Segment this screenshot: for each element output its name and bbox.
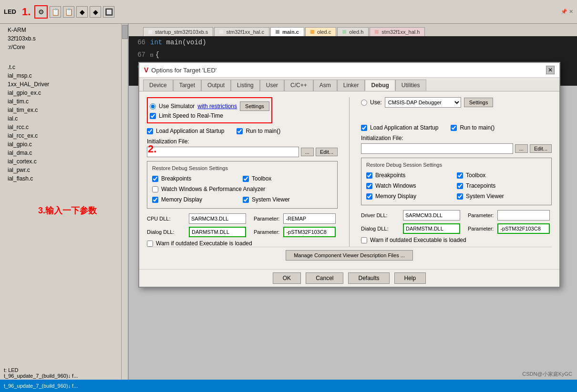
init-file-row-left: ... Edit... xyxy=(147,147,338,157)
dialog-tab-device[interactable]: Device xyxy=(143,80,173,91)
toolbar-icon-5[interactable]: 🔲 xyxy=(103,6,114,18)
dialog-tab-output[interactable]: Output xyxy=(201,80,231,91)
breakpoints-cb-left[interactable] xyxy=(152,176,158,182)
breakpoints-cb-right[interactable] xyxy=(366,172,372,179)
manage-btn[interactable]: Manage Component Viewer Description File… xyxy=(286,250,413,261)
simulator-radio[interactable] xyxy=(150,103,156,110)
watch-windows-cb-left[interactable] xyxy=(152,186,158,192)
load-app-checkbox-left[interactable] xyxy=(147,128,153,134)
debug-left-col: Use Simulator with restrictions Settings… xyxy=(147,97,338,247)
scrollbar[interactable] xyxy=(121,24,128,392)
dialog-tab-asm[interactable]: Asm xyxy=(313,80,337,91)
file-item-dma[interactable]: ial_dma.c xyxy=(0,149,128,157)
tab-hal-h[interactable]: stm32f1xx_hal.h xyxy=(370,27,425,36)
warn-cb-left[interactable] xyxy=(147,241,153,247)
tab-oled-c[interactable]: oled.c xyxy=(305,27,336,36)
load-app-row-right: Load Application at Startup Run to main(… xyxy=(361,124,552,131)
debug-icon-btn[interactable]: ⚙ xyxy=(34,5,48,19)
toolbar-icon-3[interactable]: ◆ xyxy=(76,6,88,18)
file-item-tc[interactable]: .t.c xyxy=(0,63,128,71)
file-item-tim[interactable]: ial_tim.c xyxy=(0,97,128,106)
tab-oled-h[interactable]: oled.h xyxy=(337,27,369,36)
file-item-tim-ex[interactable]: ial_tim_ex.c xyxy=(0,106,128,114)
system-viewer-cb-right[interactable] xyxy=(457,193,463,200)
cancel-btn[interactable]: Cancel xyxy=(306,272,343,284)
dialog-tab-cpp[interactable]: C/C++ xyxy=(284,80,313,91)
file-item-flash[interactable]: ial_flash.c xyxy=(0,174,128,183)
tab-main-c[interactable]: main.c xyxy=(270,27,304,36)
cpu-dll-label: CPU DLL: xyxy=(147,216,185,221)
device-select[interactable]: CMSIS-DAP Debugger xyxy=(385,97,461,108)
system-viewer-label-left: System Viewer xyxy=(252,196,290,203)
dialog-dll-input-left[interactable] xyxy=(189,227,246,237)
toolbar: LED 1. ⚙ 📋 📋 ◆ ◆ 🔲 📌 ✕ xyxy=(0,0,577,24)
dll-section-left: CPU DLL: Parameter: Dialog DLL: Paramete… xyxy=(147,213,338,237)
cpu-param-input[interactable] xyxy=(283,213,336,224)
toolbox-cb-right[interactable] xyxy=(457,172,463,179)
file-item-pwr[interactable]: ial_pwr.c xyxy=(0,166,128,174)
scrollbar-thumb[interactable] xyxy=(122,25,128,39)
dialog-param-input-right[interactable] xyxy=(497,223,550,234)
dialog-close-btn[interactable]: ✕ xyxy=(546,66,555,74)
file-item-ial[interactable]: ial.c xyxy=(0,114,128,123)
tab-hal-c[interactable]: stm32f1xx_hal.c xyxy=(214,27,269,36)
file-item-karm[interactable]: K-ARM xyxy=(0,26,128,34)
dialog-tab-linker[interactable]: Linker xyxy=(337,80,365,91)
memory-display-cb-right[interactable] xyxy=(366,193,372,200)
warn-cb-right[interactable] xyxy=(361,237,367,243)
tracepoints-cb-right[interactable] xyxy=(457,183,463,189)
ok-btn[interactable]: OK xyxy=(273,272,301,284)
browse-btn-right[interactable]: ... xyxy=(515,144,528,153)
help-btn[interactable]: Help xyxy=(394,272,426,284)
dialog-tab-target[interactable]: Target xyxy=(173,80,201,91)
file-item-startup[interactable]: 32f103xb.s xyxy=(0,34,128,43)
use-device-radio[interactable] xyxy=(361,100,367,106)
browse-btn-left[interactable]: ... xyxy=(301,148,314,156)
file-item-gpio[interactable]: ial_gpio.c xyxy=(0,140,128,149)
driver-dll-input[interactable] xyxy=(403,210,460,221)
simulator-settings-btn[interactable]: Settings xyxy=(240,101,269,111)
limit-speed-label: Limit Speed to Real-Time xyxy=(159,112,223,119)
toolbar-icon-2[interactable]: 📋 xyxy=(63,6,74,18)
edit-btn-right[interactable]: Edit... xyxy=(530,144,552,153)
file-item-gpio-ex[interactable]: ial_gpio_ex.c xyxy=(0,89,128,97)
run-to-main-checkbox-left[interactable] xyxy=(237,128,243,134)
defaults-btn[interactable]: Defaults xyxy=(348,272,389,284)
options-dialog: V Options for Target 'LED' ✕ Device Targ… xyxy=(138,62,560,288)
watch-windows-row-left: Watch Windows & Performance Analyzer xyxy=(152,186,332,192)
run-to-main-cb-right[interactable] xyxy=(451,125,457,131)
dialog-tab-user[interactable]: User xyxy=(260,80,284,91)
file-item-hal-driver[interactable]: 1xx_HAL_Driver xyxy=(0,80,128,89)
toolbar-icon-1[interactable]: 📋 xyxy=(50,6,61,18)
file-item-cortex[interactable]: ial_cortex.c xyxy=(0,157,128,166)
watch-windows-cb-right[interactable] xyxy=(366,183,372,189)
dialog-dll-input-right[interactable] xyxy=(403,223,460,234)
dialog-tab-utilities[interactable]: Utilities xyxy=(395,80,426,91)
status-area: t: LED t_96_update_7_(build_960)↓ f... xyxy=(0,366,122,380)
file-item-rcc-ex[interactable]: ial_rcc_ex.c xyxy=(0,131,128,140)
dialog-tab-listing[interactable]: Listing xyxy=(231,80,260,91)
init-file-input-right[interactable] xyxy=(361,143,513,154)
tab-startup[interactable]: startup_stm32f103xb.s xyxy=(143,27,213,36)
file-item-msp[interactable]: ial_msp.c xyxy=(0,71,128,80)
device-settings-btn[interactable]: Settings xyxy=(464,98,494,107)
restore-title-right: Restore Debug Session Settings xyxy=(366,162,546,168)
file-item-core[interactable]: :r/Core xyxy=(0,43,128,51)
simulator-link[interactable]: with restrictions xyxy=(197,103,237,110)
load-app-cb-right[interactable] xyxy=(361,125,367,131)
cpu-dll-input[interactable] xyxy=(189,213,246,224)
memory-display-cb-left[interactable] xyxy=(152,197,158,203)
file-item-rcc[interactable]: ial_rcc.c xyxy=(0,123,128,131)
simulator-radio-row: Use Simulator with restrictions Settings xyxy=(150,101,269,111)
toolbar-icon-4[interactable]: ◆ xyxy=(90,6,101,18)
system-viewer-cb-left[interactable] xyxy=(243,197,249,203)
code-line-66: 66 int main(void) xyxy=(129,36,577,49)
init-file-input-left[interactable] xyxy=(147,147,299,157)
load-app-row-left: Load Application at Startup Run to main(… xyxy=(147,128,338,134)
dialog-tab-debug[interactable]: Debug xyxy=(365,80,395,91)
dialog-param-input-left[interactable] xyxy=(283,227,336,237)
toolbox-cb-left[interactable] xyxy=(243,176,249,182)
edit-btn-left[interactable]: Edit... xyxy=(316,148,338,156)
driver-param-input[interactable] xyxy=(497,210,550,221)
limit-speed-checkbox[interactable] xyxy=(150,113,156,119)
